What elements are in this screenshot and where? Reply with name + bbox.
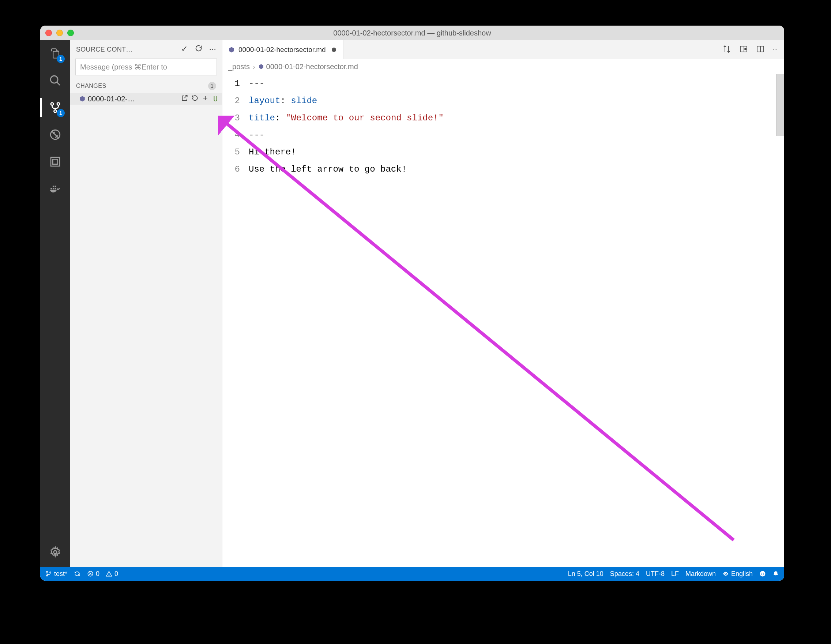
svg-point-24: [763, 573, 764, 574]
scm-header-label: SOURCE CONT…: [76, 46, 181, 53]
svg-rect-11: [55, 186, 56, 187]
svg-point-14: [745, 48, 746, 50]
line-number: 2: [222, 92, 249, 110]
indentation-item[interactable]: Spaces: 4: [610, 570, 639, 578]
line-number: 3: [222, 110, 249, 127]
svg-point-18: [50, 572, 51, 573]
scm-header: SOURCE CONT… ✓ ···: [70, 40, 222, 59]
svg-point-1: [51, 103, 53, 105]
source-control-panel: SOURCE CONT… ✓ ··· Message (press ⌘Enter…: [70, 40, 222, 567]
more-actions-icon[interactable]: ···: [209, 44, 216, 54]
svg-point-3: [54, 110, 56, 112]
breadcrumb-file[interactable]: 0000-01-02-hectorsector.md: [258, 62, 358, 71]
svg-rect-9: [55, 188, 56, 189]
compare-changes-icon[interactable]: [723, 45, 731, 55]
discard-changes-icon[interactable]: [191, 94, 199, 103]
refresh-icon[interactable]: [194, 44, 203, 54]
extensions-icon[interactable]: [48, 155, 62, 169]
markdown-file-icon: [228, 46, 235, 53]
svg-rect-6: [53, 159, 57, 164]
svg-point-22: [760, 571, 766, 577]
stage-change-icon[interactable]: [202, 94, 209, 103]
sync-icon[interactable]: [74, 571, 80, 577]
docker-icon[interactable]: [48, 182, 62, 196]
changes-section-header[interactable]: CHANGES 1: [70, 79, 222, 93]
code-editor[interactable]: 1---2layout: slide3title: "Welcome to ou…: [222, 74, 784, 567]
markdown-file-icon: [258, 64, 264, 70]
error-count: 0: [96, 570, 99, 578]
commit-message-input[interactable]: Message (press ⌘Enter to: [75, 59, 217, 75]
editor-area: 0000-01-02-hectorsector.md ··· _posts ›: [222, 40, 784, 567]
tab-active[interactable]: 0000-01-02-hectorsector.md: [222, 40, 344, 59]
line-number: 5: [222, 144, 249, 161]
minimap[interactable]: [776, 74, 784, 136]
svg-rect-7: [51, 188, 52, 189]
svg-point-23: [761, 573, 762, 574]
warning-count: 0: [115, 570, 118, 578]
code-line[interactable]: 1---: [222, 75, 784, 92]
debug-disabled-icon[interactable]: [48, 128, 62, 142]
spellcheck-item[interactable]: English: [723, 570, 753, 578]
svg-point-0: [51, 76, 58, 83]
svg-rect-5: [51, 157, 60, 166]
code-line[interactable]: 4---: [222, 127, 784, 144]
branch-name: test*: [54, 570, 67, 578]
settings-gear-icon[interactable]: [48, 545, 62, 560]
changes-count-badge: 1: [208, 82, 216, 90]
cursor-position[interactable]: Ln 5, Col 10: [568, 570, 603, 578]
chevron-right-icon: ›: [253, 62, 255, 71]
breadcrumbs[interactable]: _posts › 0000-01-02-hectorsector.md: [222, 59, 784, 74]
changes-label: CHANGES: [76, 83, 208, 89]
explorer-icon[interactable]: 1: [48, 46, 62, 61]
language-mode-item[interactable]: Markdown: [685, 570, 716, 578]
line-number: 4: [222, 127, 249, 144]
code-line[interactable]: 3title: "Welcome to our second slide!": [222, 110, 784, 127]
tab-label: 0000-01-02-hectorsector.md: [239, 46, 326, 54]
tab-bar: 0000-01-02-hectorsector.md ···: [222, 40, 784, 59]
svg-rect-8: [53, 188, 54, 189]
maximize-window-button[interactable]: [67, 30, 74, 36]
problems-item[interactable]: 0 0: [87, 570, 118, 578]
line-number: 6: [222, 161, 249, 178]
file-status-letter: U: [213, 94, 218, 103]
svg-point-16: [46, 571, 48, 572]
split-editor-icon[interactable]: [756, 45, 765, 55]
code-line[interactable]: 2layout: slide: [222, 92, 784, 110]
source-control-icon[interactable]: 1: [48, 100, 62, 115]
vscode-window: 0000-01-02-hectorsector.md — github-slid…: [40, 26, 784, 581]
feedback-smiley-icon[interactable]: [759, 571, 766, 577]
editor-actions: ···: [716, 40, 784, 59]
modified-dot-icon: [332, 48, 336, 52]
commit-message-placeholder: Message (press ⌘Enter to: [80, 62, 167, 71]
search-icon[interactable]: [48, 73, 62, 88]
activity-bar: 1 1: [40, 40, 70, 567]
svg-point-17: [46, 575, 48, 576]
svg-point-12: [54, 551, 57, 554]
scm-badge: 1: [57, 109, 65, 117]
code-line[interactable]: 5Hi there!: [222, 144, 784, 161]
window-controls: [45, 30, 74, 36]
minimize-window-button[interactable]: [56, 30, 63, 36]
explorer-badge: 1: [57, 55, 65, 63]
line-number: 1: [222, 75, 249, 92]
notifications-bell-icon[interactable]: [772, 571, 779, 577]
svg-rect-10: [53, 186, 54, 187]
breadcrumb-file-label: 0000-01-02-hectorsector.md: [266, 62, 358, 71]
svg-point-20: [108, 575, 109, 575]
close-window-button[interactable]: [45, 30, 52, 36]
eol-item[interactable]: LF: [671, 570, 679, 578]
open-file-icon[interactable]: [181, 94, 188, 103]
status-bar: test* 0 0 Ln 5, Col 10 Spaces: 4 UTF-8: [40, 567, 784, 581]
encoding-item[interactable]: UTF-8: [646, 570, 665, 578]
code-line[interactable]: 6Use the left arrow to go back!: [222, 161, 784, 178]
spellcheck-language: English: [731, 570, 753, 578]
commit-check-icon[interactable]: ✓: [181, 44, 188, 54]
more-editor-actions-icon[interactable]: ···: [773, 46, 778, 53]
change-row[interactable]: 0000-01-02-… U: [70, 93, 222, 105]
breadcrumb-folder[interactable]: _posts: [228, 62, 250, 71]
git-branch-item[interactable]: test*: [45, 570, 67, 578]
svg-point-2: [57, 103, 60, 105]
titlebar: 0000-01-02-hectorsector.md — github-slid…: [40, 26, 784, 40]
markdown-file-icon: [79, 96, 86, 102]
open-preview-icon[interactable]: [739, 45, 748, 55]
